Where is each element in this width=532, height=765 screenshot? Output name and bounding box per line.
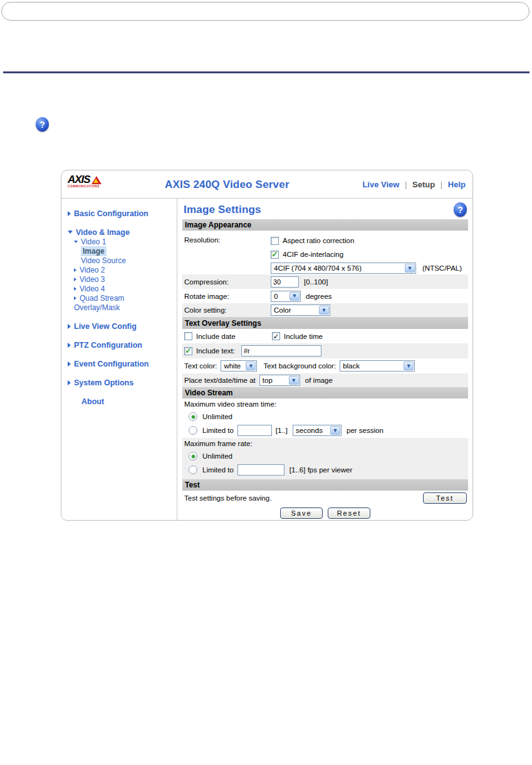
reset-button[interactable]: Reset — [328, 507, 370, 519]
sidebar-item-video-image[interactable]: Video & Image — [61, 227, 177, 237]
main-panel: Image Settings ? Image Appearance Resolu… — [177, 199, 472, 520]
nav-help-link[interactable]: Help — [448, 180, 466, 189]
chevron-right-icon — [74, 296, 76, 300]
sidebar-item-image-selected[interactable]: Image — [61, 246, 177, 256]
resolution-dropdown[interactable]: 4CIF (704 x 480/704 x 576) ▼ — [271, 263, 416, 274]
section-header-test: Test — [182, 479, 468, 491]
rotate-image-row: Rotate image: 0 ▼ degrees — [182, 289, 468, 303]
axis-setup-window: AXIS COMMUNICATIONS AXIS 240Q Video Serv… — [61, 170, 473, 521]
color-setting-label: Color setting: — [184, 306, 271, 314]
logo-brand-text: AXIS — [68, 175, 90, 184]
deinterlacing-label: 4CIF de-interlacing — [283, 251, 343, 258]
max-stream-time-block: Maximum video stream time: Unlimited Lim… — [182, 398, 468, 438]
form-buttons-row: Save Reset — [182, 505, 468, 521]
help-icon[interactable]: ? — [36, 117, 49, 132]
text-bg-color-dropdown[interactable]: black ▼ — [340, 360, 415, 372]
frame-rate-limited-label: Limited to — [202, 466, 234, 474]
sidebar-item-ptz-configuration[interactable]: PTZ Configuration — [61, 340, 177, 350]
test-button[interactable]: Test — [423, 492, 467, 504]
chevron-right-icon — [74, 268, 76, 272]
include-text-checkbox[interactable]: ✓ — [184, 347, 192, 355]
save-button[interactable]: Save — [280, 507, 323, 519]
aspect-ratio-label: Aspect ratio correction — [283, 237, 354, 244]
chevron-down-icon: ▼ — [246, 362, 256, 370]
nav-live-view-link[interactable]: Live View — [362, 180, 399, 189]
chevron-down-icon: ▼ — [404, 362, 414, 370]
stream-limited-radio[interactable] — [189, 426, 197, 435]
logo-triangle-icon — [91, 176, 102, 184]
rotate-dropdown[interactable]: 0 ▼ — [271, 291, 301, 302]
place-text-row: Place text/date/time at top ▼ of image — [182, 373, 468, 387]
page-title: Image Settings — [184, 204, 261, 216]
sidebar-item-live-view-config[interactable]: Live View Config — [61, 321, 177, 331]
frame-rate-limited-radio[interactable] — [189, 466, 197, 474]
chevron-right-icon — [68, 324, 71, 329]
place-text-dropdown[interactable]: top ▼ — [259, 375, 300, 386]
axis-logo: AXIS COMMUNICATIONS — [68, 175, 117, 188]
nav-setup-current[interactable]: Setup — [412, 180, 435, 189]
include-text-label: Include text: — [196, 347, 241, 355]
chevron-right-icon — [74, 287, 76, 291]
stream-limited-label: Limited to — [202, 427, 234, 434]
frame-rate-unlimited-radio[interactable] — [189, 452, 197, 461]
sidebar-item-video-4[interactable]: Video 4 — [61, 284, 177, 293]
aspect-ratio-checkbox[interactable]: ✓ — [271, 237, 279, 245]
text-color-label: Text color: — [184, 362, 217, 370]
text-bg-color-label: Text background color: — [263, 362, 336, 370]
compression-range: [0..100] — [304, 278, 328, 286]
include-time-label: Include time — [284, 333, 323, 340]
window-header: AXIS COMMUNICATIONS AXIS 240Q Video Serv… — [61, 170, 472, 199]
stream-time-suffix: per session — [347, 427, 383, 434]
stream-unlimited-label: Unlimited — [202, 413, 232, 420]
chevron-down-icon: ▼ — [289, 292, 300, 301]
sidebar-item-video-3[interactable]: Video 3 — [61, 274, 177, 284]
header-nav: Live View | Setup | Help — [362, 180, 466, 189]
chevron-right-icon — [68, 362, 71, 367]
time-unit-dropdown[interactable]: seconds ▼ — [293, 425, 342, 436]
sidebar-item-event-configuration[interactable]: Event Configuration — [61, 359, 177, 368]
chevron-down-icon: ▼ — [289, 376, 299, 385]
include-date-time-row: ✓ Include date ✓ Include time — [182, 329, 468, 343]
stream-time-input[interactable] — [237, 425, 272, 436]
sidebar-item-video-source[interactable]: Video Source — [61, 256, 177, 265]
context-help-icon[interactable]: ? — [454, 202, 467, 217]
max-frame-rate-block: Maximum frame rate: Unlimited Limited to… — [182, 438, 468, 479]
check-icon: ✓ — [271, 251, 278, 258]
top-rounded-box — [1, 2, 529, 21]
chevron-right-icon — [68, 380, 71, 385]
test-description: Test settings before saving. — [184, 494, 271, 502]
check-icon: ✓ — [273, 332, 279, 341]
deinterlacing-checkbox[interactable]: ✓ — [271, 251, 279, 259]
chevron-right-icon — [68, 343, 71, 348]
window-title: AXIS 240Q Video Server — [165, 179, 289, 191]
sidebar-item-quad-stream[interactable]: Quad Stream — [61, 293, 177, 303]
resolution-row: Resolution: ✓ Aspect ratio correction ✓ … — [182, 231, 468, 274]
frame-rate-input[interactable] — [237, 464, 284, 476]
include-date-checkbox[interactable]: ✓ — [184, 332, 192, 340]
compression-input[interactable] — [271, 276, 299, 288]
max-stream-time-label: Maximum video stream time: — [182, 398, 468, 410]
include-date-label: Include date — [196, 333, 270, 340]
include-time-checkbox-wrap[interactable]: ✓ — [272, 332, 280, 340]
test-row: Test settings before saving. Test — [182, 491, 468, 505]
place-text-label: Place text/date/time at — [184, 377, 256, 384]
chevron-down-icon — [68, 231, 73, 234]
text-color-row: Text color: white ▼ Text background colo… — [182, 358, 468, 373]
chevron-down-icon: ▼ — [319, 306, 329, 315]
sidebar-item-basic-configuration[interactable]: Basic Configuration — [61, 209, 177, 218]
sidebar-item-overlay-mask[interactable]: Overlay/Mask — [61, 303, 177, 312]
sidebar-nav: Basic Configuration Video & Image Video … — [61, 199, 177, 520]
sidebar-item-video-2[interactable]: Video 2 — [61, 265, 177, 274]
stream-unlimited-radio[interactable] — [189, 412, 197, 421]
color-setting-row: Color setting: Color ▼ — [182, 303, 468, 317]
resolution-label: Resolution: — [184, 231, 271, 274]
sidebar-item-system-options[interactable]: System Options — [61, 378, 177, 387]
resolution-suffix: (NTSC/PAL) — [422, 264, 462, 272]
include-text-input[interactable] — [241, 345, 321, 356]
chevron-right-icon — [74, 278, 76, 281]
text-color-dropdown[interactable]: white ▼ — [221, 360, 257, 372]
color-setting-dropdown[interactable]: Color ▼ — [271, 304, 330, 316]
max-frame-rate-label: Maximum frame rate: — [182, 438, 468, 449]
sidebar-item-about[interactable]: About — [61, 397, 177, 406]
sidebar-item-video-1[interactable]: Video 1 — [61, 237, 177, 246]
